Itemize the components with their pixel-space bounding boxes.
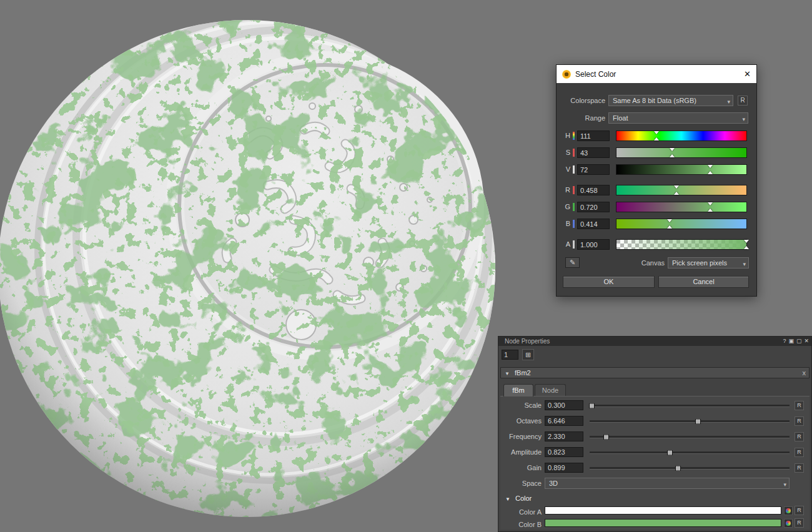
channel-label: S: [563, 147, 570, 158]
colorspace-label: Colorspace: [557, 95, 605, 106]
color-a-row: Color A R: [500, 505, 810, 516]
slider-marker-icon[interactable]: [708, 171, 713, 174]
channel-indicator: [573, 132, 575, 140]
channel-value-input[interactable]: [577, 219, 610, 229]
slider-handle[interactable]: [695, 418, 701, 424]
panel-button-icon: ⊞: [525, 351, 531, 358]
param-value-input[interactable]: [545, 431, 583, 441]
tab-node[interactable]: Node: [535, 384, 566, 397]
max-panels-input[interactable]: [502, 350, 518, 360]
param-label: Frequency: [500, 430, 542, 443]
slider-marker-icon[interactable]: [667, 219, 672, 222]
reset-button[interactable]: R: [795, 416, 804, 426]
channel-indicator: [573, 220, 575, 228]
red-gradient-slider[interactable]: [616, 185, 747, 195]
slider-handle[interactable]: [603, 434, 609, 440]
node-close-icon[interactable]: x: [803, 368, 806, 378]
color-picker-button[interactable]: [784, 519, 793, 528]
chevron-down-icon: ▾: [783, 480, 786, 489]
param-row-scale: Scale R: [500, 398, 810, 413]
tab-fbm[interactable]: fBm: [503, 384, 533, 397]
channel-row-s: S: [557, 147, 756, 159]
help-icon[interactable]: ?: [783, 337, 786, 346]
param-value-input[interactable]: [545, 416, 583, 426]
channel-value-input[interactable]: [577, 164, 610, 175]
slider-marker-icon[interactable]: [708, 165, 713, 168]
channel-value-input[interactable]: [577, 147, 610, 158]
minimize-panels-button[interactable]: ⊞: [522, 349, 534, 360]
color-b-swatch[interactable]: [545, 519, 781, 527]
range-value: Float: [613, 114, 628, 122]
close-icon[interactable]: ✕: [804, 337, 809, 346]
hue-gradient-slider[interactable]: [616, 131, 747, 141]
reset-button[interactable]: R: [795, 518, 804, 528]
reset-button[interactable]: R: [795, 401, 804, 410]
param-slider[interactable]: [590, 405, 790, 407]
param-slider[interactable]: [590, 420, 790, 423]
param-label: Color A: [500, 505, 542, 519]
collapse-triangle-icon[interactable]: ▼: [505, 371, 510, 377]
reset-button[interactable]: R: [795, 432, 804, 441]
param-slider[interactable]: [590, 467, 790, 470]
param-label: Color B: [500, 518, 542, 531]
slider-marker-icon[interactable]: [667, 225, 672, 229]
slider-marker-icon[interactable]: [674, 185, 679, 189]
reset-button[interactable]: R: [795, 463, 804, 473]
slider-handle[interactable]: [675, 465, 681, 471]
slider-handle[interactable]: [667, 450, 673, 455]
channel-value-input[interactable]: [577, 202, 610, 212]
slider-marker-icon[interactable]: [654, 137, 659, 140]
reset-button[interactable]: R: [795, 448, 804, 457]
blue-gradient-slider[interactable]: [616, 219, 747, 229]
param-slider[interactable]: [590, 451, 790, 454]
canvas-mode-dropdown[interactable]: Pick screen pixels ▾: [668, 257, 749, 268]
colorspace-reset-button[interactable]: R: [738, 96, 748, 106]
channel-value-input[interactable]: [577, 131, 610, 141]
panel-titlebar[interactable]: Node Properties ? ▣ ▢ ✕: [498, 337, 811, 346]
value-gradient-slider[interactable]: [616, 164, 747, 175]
chevron-down-icon: ▾: [727, 97, 730, 106]
colorspace-dropdown[interactable]: Same As 8 bit Data (sRGB) ▾: [608, 95, 733, 106]
channel-label: V: [563, 164, 570, 175]
color-a-swatch[interactable]: [545, 506, 781, 515]
node-header[interactable]: ▼ fBm2 x: [500, 367, 810, 378]
space-dropdown[interactable]: 3D ▾: [545, 478, 790, 489]
saturation-gradient-slider[interactable]: [616, 147, 747, 158]
param-slider[interactable]: [590, 436, 790, 438]
color-picker-button[interactable]: [784, 506, 793, 515]
float-icon[interactable]: ▣: [788, 337, 794, 346]
param-value-input[interactable]: [545, 400, 583, 410]
chevron-down-icon: ▾: [742, 114, 745, 124]
slider-handle[interactable]: [589, 403, 595, 408]
channel-row-v: V: [557, 164, 756, 175]
alpha-gradient-slider[interactable]: [616, 239, 747, 250]
maximize-icon[interactable]: ▢: [796, 337, 802, 346]
slider-marker-icon[interactable]: [744, 246, 749, 249]
canvas-mode-value: Pick screen pixels: [672, 259, 727, 267]
slider-marker-icon[interactable]: [708, 202, 713, 205]
reset-button[interactable]: R: [795, 506, 804, 515]
slider-marker-icon[interactable]: [670, 154, 675, 157]
collapse-triangle-icon[interactable]: ▼: [505, 496, 510, 502]
slider-marker-icon[interactable]: [674, 192, 679, 195]
color-group-header[interactable]: ▼ Color: [500, 493, 810, 503]
channel-value-input[interactable]: [577, 185, 610, 195]
range-row: Range Float ▾: [557, 112, 756, 124]
close-icon[interactable]: ✕: [744, 69, 751, 79]
param-value-input[interactable]: [545, 463, 583, 473]
slider-marker-icon[interactable]: [670, 148, 675, 151]
slider-marker-icon[interactable]: [744, 240, 749, 243]
channel-value-input[interactable]: [577, 239, 610, 250]
range-dropdown[interactable]: Float ▾: [608, 112, 748, 124]
green-gradient-slider[interactable]: [616, 202, 747, 212]
param-value-input[interactable]: [545, 447, 583, 457]
channel-row-g: G: [557, 202, 756, 213]
channel-row-b: B: [557, 219, 756, 230]
range-label: Range: [557, 112, 605, 124]
slider-marker-icon[interactable]: [654, 131, 659, 134]
colorspace-row: Colorspace Same As 8 bit Data (sRGB) ▾ R: [557, 95, 756, 106]
cancel-button[interactable]: Cancel: [658, 276, 749, 288]
ok-button[interactable]: OK: [563, 276, 655, 288]
dialog-titlebar[interactable]: Select Color ✕: [557, 65, 756, 83]
slider-marker-icon[interactable]: [708, 209, 713, 212]
